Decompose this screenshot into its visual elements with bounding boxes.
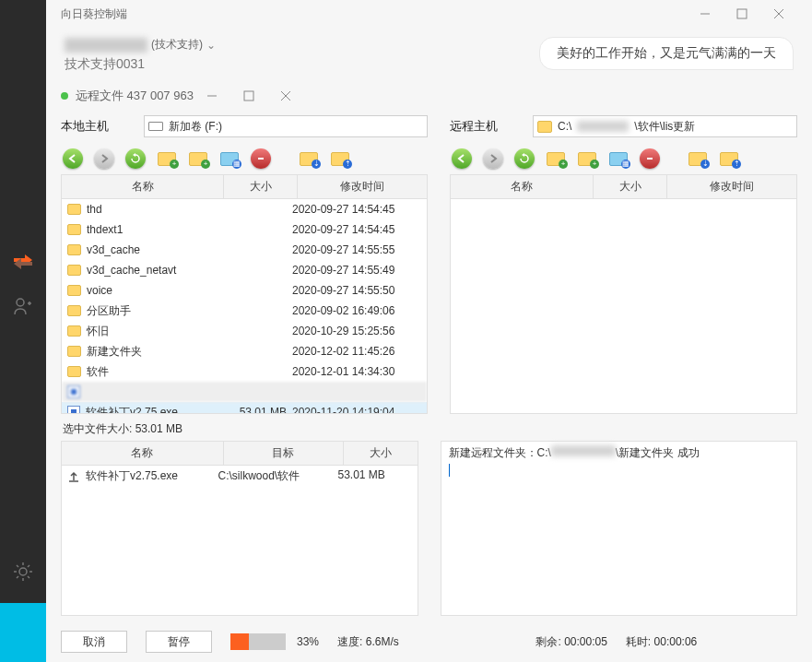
panel-close-button[interactable] bbox=[267, 82, 304, 110]
sync-down-button[interactable]: ⇣ bbox=[297, 147, 321, 171]
log-box[interactable]: 新建远程文件夹：C:\\新建文件夹 成功 bbox=[441, 441, 798, 616]
file-date: 2020-09-02 16:49:06 bbox=[292, 304, 421, 317]
folder-icon bbox=[67, 325, 81, 337]
remote-path-suffix: \软件\lis更新 bbox=[634, 119, 695, 135]
forward-button[interactable] bbox=[92, 147, 116, 171]
local-pane: 本地主机 新加卷 (F:) + + ▦ ⇣ ⇡ bbox=[61, 110, 428, 414]
status-dot bbox=[61, 92, 68, 100]
r-back-button[interactable] bbox=[450, 147, 474, 171]
archive-button[interactable]: ▦ bbox=[218, 147, 241, 171]
remote-path-blurred bbox=[577, 121, 629, 132]
local-path-input[interactable]: 新加卷 (F:) bbox=[144, 115, 428, 137]
qrow-size: 53.01 MB bbox=[338, 468, 412, 484]
file-name: thdext1 bbox=[87, 223, 123, 236]
remote-tbody[interactable] bbox=[451, 199, 796, 413]
panel-maximize-button[interactable] bbox=[230, 82, 267, 110]
r-refresh-button[interactable] bbox=[512, 147, 536, 171]
elapsed-value: 00:00:06 bbox=[654, 635, 698, 648]
queue-row[interactable]: 软件补丁v2.75.exe C:\silkwood\软件 53.01 MB bbox=[62, 466, 418, 487]
panel-titlebar: 远程文件 437 007 963 bbox=[46, 82, 812, 110]
svg-line-7 bbox=[28, 576, 29, 578]
app-title: 向日葵控制端 bbox=[61, 6, 127, 22]
rcol-date[interactable]: 修改时间 bbox=[667, 175, 796, 198]
new-folder-button[interactable]: + bbox=[186, 147, 210, 171]
svg-line-6 bbox=[17, 565, 18, 567]
folder-icon bbox=[67, 265, 81, 276]
r-download-button[interactable]: + bbox=[544, 147, 568, 171]
table-row-selected[interactable]: 软件补丁v2.75.exe53.01 MB2020-11-20 14:19:04 bbox=[62, 402, 427, 413]
file-name: v3d_cache_netavt bbox=[87, 264, 176, 277]
r-delete-button[interactable] bbox=[638, 147, 662, 171]
footer-bar: 取消 暂停 33% 速度: 6.6M/s 剩余: 00:00:05 耗时: 00… bbox=[61, 625, 797, 662]
col-name[interactable]: 名称 bbox=[62, 175, 224, 198]
table-row[interactable]: v3d_cache_netavt2020-09-27 14:55:49 bbox=[62, 260, 427, 280]
disk-icon bbox=[148, 122, 163, 131]
remain-label: 剩余: bbox=[535, 635, 560, 648]
pause-button[interactable]: 暂停 bbox=[146, 631, 212, 653]
panel-minimize-button[interactable] bbox=[194, 82, 230, 110]
outer-minimize-button[interactable] bbox=[687, 0, 724, 28]
folder-icon bbox=[67, 224, 81, 235]
settings-icon[interactable] bbox=[10, 559, 36, 585]
chevron-down-icon: ⌄ bbox=[206, 39, 216, 52]
file-name: voice bbox=[87, 284, 112, 297]
outer-maximize-button[interactable] bbox=[724, 0, 760, 28]
folder-icon bbox=[67, 204, 81, 215]
sync-up-button[interactable]: ⇡ bbox=[328, 147, 352, 171]
back-button[interactable] bbox=[61, 147, 85, 171]
delete-button[interactable] bbox=[249, 147, 273, 171]
table-row[interactable]: 怀旧2020-10-29 15:25:56 bbox=[62, 321, 427, 341]
transfer-tab-icon[interactable] bbox=[10, 249, 36, 275]
qcol-size[interactable]: 大小 bbox=[344, 442, 418, 465]
svg-rect-11 bbox=[737, 9, 747, 18]
refresh-button[interactable] bbox=[124, 147, 147, 171]
panel-title: 远程文件 437 007 963 bbox=[76, 88, 194, 104]
r-forward-button[interactable] bbox=[481, 147, 505, 171]
app-sidebar bbox=[0, 0, 46, 662]
rcol-size[interactable]: 大小 bbox=[594, 175, 667, 198]
user-row: (技术支持) ⌄ 技术支持0031 美好的工作开始，又是元气满满的一天 bbox=[46, 28, 812, 73]
r-sync-down-button[interactable]: ⇣ bbox=[686, 147, 710, 171]
table-row[interactable]: voice2020-09-27 14:55:50 bbox=[62, 280, 427, 301]
outer-close-button[interactable] bbox=[760, 0, 797, 28]
file-date: 2020-09-27 14:54:45 bbox=[292, 203, 421, 216]
table-row[interactable]: thdext12020-09-27 14:54:45 bbox=[62, 219, 427, 240]
main-area: 向日葵控制端 (技术支持) ⌄ 技术支持0031 美好的工作开始，又是元气满满的… bbox=[46, 0, 812, 662]
table-row[interactable]: v3d_cache2020-09-27 14:55:55 bbox=[62, 240, 427, 260]
upload-button[interactable]: + bbox=[155, 147, 179, 171]
file-date: 2020-09-27 14:55:49 bbox=[292, 264, 421, 277]
r-sync-up-button[interactable]: ⇡ bbox=[717, 147, 741, 171]
remote-path-input[interactable]: C:\ \软件\lis更新 bbox=[533, 115, 797, 137]
selection-info: 选中文件大小: 53.01 MB bbox=[61, 414, 797, 441]
local-path: 新加卷 (F:) bbox=[169, 119, 222, 135]
table-row-redacted bbox=[62, 382, 427, 402]
file-date: 2020-09-27 14:55:50 bbox=[292, 284, 421, 297]
r-archive-button[interactable]: ▦ bbox=[606, 147, 630, 171]
user-subtitle: 技术支持0031 bbox=[65, 56, 216, 73]
cancel-button[interactable]: 取消 bbox=[61, 631, 127, 653]
speed-value: 6.6M/s bbox=[366, 635, 399, 648]
qcol-target[interactable]: 目标 bbox=[224, 442, 344, 465]
table-row[interactable]: 分区助手2020-09-02 16:49:06 bbox=[62, 301, 427, 321]
table-row[interactable]: 软件2020-12-01 14:34:30 bbox=[62, 361, 427, 382]
file-name: v3d_cache bbox=[87, 243, 140, 256]
exe-icon bbox=[67, 406, 80, 413]
qcol-name[interactable]: 名称 bbox=[62, 442, 224, 465]
col-date[interactable]: 修改时间 bbox=[298, 175, 427, 198]
rcol-name[interactable]: 名称 bbox=[451, 175, 594, 198]
col-size[interactable]: 大小 bbox=[224, 175, 298, 198]
user-name-row[interactable]: (技术支持) ⌄ bbox=[65, 37, 216, 53]
progress-fill bbox=[230, 633, 249, 650]
table-row[interactable]: thd2020-09-27 14:54:45 bbox=[62, 199, 427, 219]
folder-icon bbox=[67, 244, 81, 255]
contacts-tab-icon[interactable] bbox=[10, 293, 36, 319]
table-row[interactable]: 新建文件夹2020-12-02 11:45:26 bbox=[62, 341, 427, 361]
file-name: 软件 bbox=[87, 364, 109, 380]
user-name-blurred bbox=[65, 38, 147, 53]
file-name: thd bbox=[87, 203, 102, 216]
file-date: 2020-12-01 14:34:30 bbox=[292, 365, 421, 378]
log-suffix: \新建文件夹 成功 bbox=[616, 446, 700, 459]
greeting-banner: 美好的工作开始，又是元气满满的一天 bbox=[539, 37, 794, 70]
r-new-folder-button[interactable]: + bbox=[575, 147, 599, 171]
transfer-queue: 名称 目标 大小 软件补丁v2.75.exe C:\silkwood\软件 53… bbox=[61, 441, 418, 616]
